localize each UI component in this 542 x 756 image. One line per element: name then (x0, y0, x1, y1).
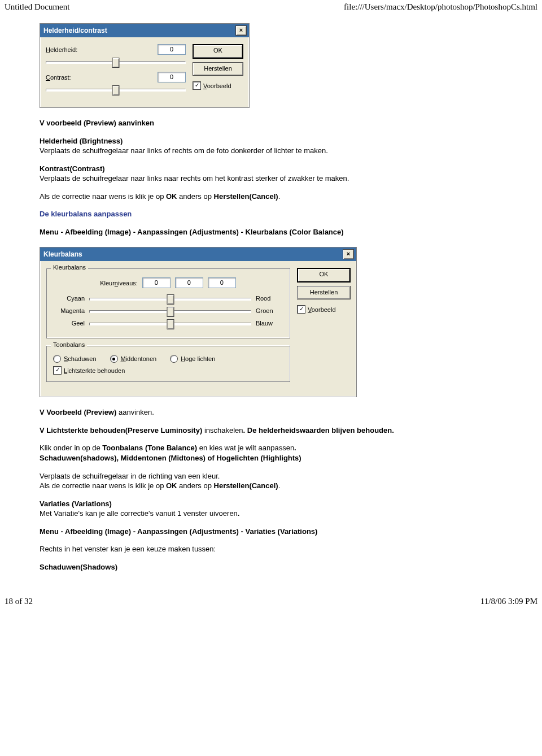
level-3-input[interactable]: 0 (208, 277, 236, 288)
restore-button[interactable]: Herstellen (297, 286, 351, 299)
page-footer: 18 of 32 11/8/06 3:09 PM (0, 580, 542, 611)
paragraph: Helderheid (Brightness) Verplaats de sch… (40, 136, 502, 156)
dialog-titlebar[interactable]: Helderheid/contrast × (40, 24, 249, 37)
yellow-blue-slider[interactable] (89, 319, 251, 328)
page-header: Untitled Document file:///Users/macx/Des… (0, 0, 542, 13)
paragraph: Schaduwen(Shadows) (40, 562, 502, 572)
ok-button[interactable]: OK (193, 44, 243, 59)
tone-balance-group: Toonbalans Schaduwen Middentonen Hoge li… (46, 345, 290, 382)
page-content: Helderheid/contrast × HHelderheid:elderh… (0, 23, 542, 572)
cyan-label: Cyaan (53, 295, 85, 302)
midtones-radio[interactable]: Middentonen (110, 355, 157, 363)
paragraph: Klik onder in op de Toonbalans (Tone Bal… (40, 443, 502, 463)
contrast-label: Contrast: (46, 74, 153, 81)
level-2-input[interactable]: 0 (175, 277, 203, 288)
level-1-input[interactable]: 0 (142, 277, 171, 288)
blue-label: Blauw (256, 320, 283, 327)
close-icon[interactable]: × (235, 25, 247, 36)
paragraph: V voorbeeld (Preview) aanvinken (40, 118, 502, 128)
section-heading: De kleurbalans aanpassen (40, 209, 502, 219)
preserve-luminosity-checkbox[interactable]: ✓ Lichtsterkte behouden (53, 366, 283, 375)
paragraph: Menu - Afbeelding (Image) - Aanpassingen… (40, 227, 502, 237)
brightness-label: HHelderheid:elderheid: (46, 46, 153, 53)
color-balance-group: Kleurbalans Kleurniveaus: 0 0 0 Cyaan Ro… (46, 268, 290, 338)
color-balance-dialog: Kleurbalans × Kleurbalans Kleurniveaus: … (40, 247, 357, 397)
group-title: Kleurbalans (51, 264, 88, 271)
brightness-input[interactable]: 0 (158, 44, 186, 55)
header-url: file:///Users/macx/Desktop/photoshop/Pho… (344, 2, 537, 12)
levels-label: Kleurniveaus: (100, 280, 138, 286)
contrast-input[interactable]: 0 (158, 72, 186, 82)
magenta-label: Magenta (53, 307, 85, 314)
dialog-title: Helderheid/contrast (43, 27, 107, 34)
brightness-contrast-dialog: Helderheid/contrast × HHelderheid:elderh… (40, 23, 250, 108)
dialog-title: Kleurbalans (43, 250, 82, 258)
highlights-radio[interactable]: Hoge lichten (170, 355, 215, 363)
yellow-label: Geel (53, 320, 85, 327)
brightness-slider[interactable] (46, 57, 186, 66)
page-date: 11/8/06 3:09 PM (480, 597, 537, 606)
green-label: Groen (256, 307, 283, 314)
restore-button[interactable]: Herstellen (193, 62, 243, 76)
shadows-radio[interactable]: Schaduwen (53, 355, 97, 363)
magenta-green-slider[interactable] (89, 306, 251, 315)
header-title: Untitled Document (5, 2, 69, 12)
checkbox-icon[interactable]: ✓ (53, 366, 62, 375)
paragraph: V Lichtsterkte behouden(Preserve Luminos… (40, 425, 502, 436)
dialog-titlebar[interactable]: Kleurbalans × (40, 247, 356, 261)
paragraph: V Voorbeeld (Preview) aanvinken. (40, 407, 502, 418)
page-number: 18 of 32 (5, 597, 33, 606)
group-title: Toonbalans (51, 341, 87, 348)
paragraph: Variaties (Variations) Met Variatie's ka… (40, 499, 502, 519)
paragraph: Kontrast(Contrast) Verplaats de schuifre… (40, 164, 502, 184)
contrast-slider[interactable] (46, 85, 186, 94)
checkbox-icon[interactable]: ✓ (297, 305, 305, 314)
paragraph: Als de correctie naar wens is klik je op… (40, 192, 502, 202)
ok-button[interactable]: OK (297, 268, 351, 283)
preview-checkbox-row[interactable]: ✓ Voorbeeld (297, 305, 351, 314)
close-icon[interactable]: × (343, 249, 354, 259)
paragraph: Verplaats de schuifregelaar in de richti… (40, 471, 502, 491)
checkbox-icon[interactable]: ✓ (193, 81, 201, 90)
preview-checkbox-row[interactable]: ✓ Voorbeeld (193, 81, 243, 90)
paragraph: Rechts in het venster kan je een keuze m… (40, 544, 502, 554)
paragraph: Menu - Afbeelding (Image) - Aanpassingen… (40, 527, 502, 537)
red-label: Rood (256, 295, 283, 302)
cyan-red-slider[interactable] (89, 294, 251, 303)
